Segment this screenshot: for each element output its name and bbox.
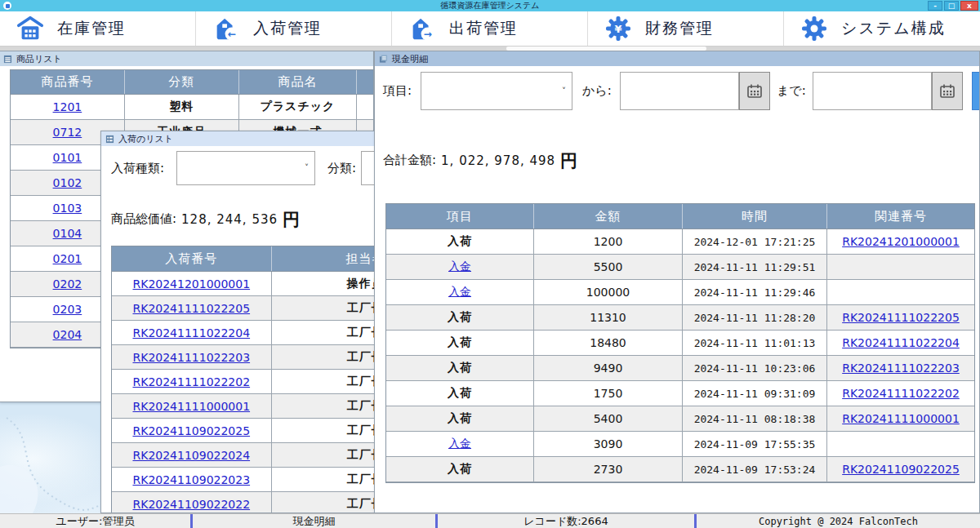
product-list-window-titlebar[interactable]: 商品リスト (0, 51, 373, 66)
product-code-link[interactable]: 0204 (53, 328, 82, 341)
cash-item-link[interactable]: 入金 (448, 260, 471, 274)
receiving-number-link[interactable]: RK20241109022023 (132, 473, 250, 486)
column-header: 時間 (683, 204, 827, 229)
cash-amount: 3090 (534, 432, 683, 456)
product-code-link[interactable]: 0202 (53, 277, 82, 291)
cash-amount: 2730 (534, 457, 683, 481)
table-row: 入荷12002024-12-01 17:21:25RK2024120100000… (386, 229, 974, 255)
column-header: 金額 (534, 204, 683, 229)
table-row: 入金55002024-11-11 11:29:51 (386, 255, 974, 280)
cash-to-date-input[interactable] (813, 72, 932, 110)
receiving-number-link: RK20241111000001 (112, 394, 272, 418)
total-product-value: 商品総価値: 128, 244, 536 円 (111, 211, 300, 227)
cash-amount: 5500 (534, 255, 683, 279)
cash-ref-link[interactable]: RK20241111022202 (842, 387, 960, 400)
cash-ref-link[interactable]: RK20241109022025 (842, 463, 960, 476)
mdi-horizontal-scrollbar[interactable] (0, 47, 980, 51)
cash-detail-window-titlebar[interactable]: 現金明細 (375, 51, 979, 66)
receiving-number-link[interactable]: RK20241111022205 (132, 302, 250, 315)
nav-item-inventory[interactable]: 在庫管理 (0, 11, 196, 46)
maximize-button[interactable]: □ (944, 1, 959, 11)
cash-ref-link[interactable]: RK20241111000001 (842, 412, 960, 425)
receiving-number-link: RK20241109022025 (112, 419, 272, 442)
warehouse-icon (16, 16, 44, 42)
cash-amount: 1200 (534, 229, 683, 254)
table-row: 入荷94902024-11-11 10:23:06RK2024111102220… (386, 356, 974, 381)
close-button[interactable]: x (960, 1, 978, 11)
cash-item-link[interactable]: 入金 (448, 285, 471, 299)
cash-item: 入荷 (386, 381, 534, 406)
cash-to-label: まで: (777, 72, 806, 110)
status-current-view: 現金明細 (193, 514, 435, 528)
svg-text:¥: ¥ (614, 23, 621, 35)
scrollbar-thumb[interactable] (506, 47, 706, 51)
receiving-number-link[interactable]: RK20241111022203 (132, 351, 250, 364)
product-code-link[interactable]: 0101 (53, 151, 82, 164)
status-bar: ユーザー:管理员 現金明細 レコード数:2664 Copyright @ 202… (0, 513, 980, 528)
product-name: プラスチック (239, 95, 358, 119)
product-code-link[interactable]: 0102 (53, 176, 82, 189)
cash-item-link: 入金 (386, 255, 534, 279)
nav-item-finance[interactable]: ¥ 財務管理 (588, 11, 784, 46)
receiving-number-link[interactable]: RK20241111022204 (132, 326, 250, 339)
nav-item-shipping[interactable]: → 出荷管理 (392, 11, 588, 46)
receiving-number-link[interactable]: RK20241111022202 (132, 375, 250, 388)
product-code-link[interactable]: 0201 (53, 252, 82, 265)
calendar-button-to[interactable] (932, 72, 963, 110)
cash-item-link[interactable]: 入金 (448, 437, 471, 451)
product-code-link[interactable]: 0712 (53, 126, 82, 139)
cash-ref-link[interactable]: RK20241111022204 (842, 336, 960, 349)
status-record-count: レコード数:2664 (438, 514, 694, 528)
receiving-number-link[interactable]: RK20241109022025 (132, 424, 250, 437)
table-row: 入金30902024-11-09 17:55:35 (386, 432, 974, 457)
receiving-number-link[interactable]: RK20241201000001 (132, 277, 250, 291)
search-button[interactable] (972, 72, 980, 110)
table-row: 入荷54002024-11-11 08:18:38RK2024111100000… (386, 406, 974, 432)
cash-time: 2024-11-11 08:18:38 (683, 406, 827, 431)
cash-item: 入荷 (386, 305, 534, 330)
cash-time: 2024-11-11 09:31:09 (683, 381, 827, 406)
receiving-number-link[interactable]: RK20241111000001 (132, 400, 250, 413)
settings-icon (800, 16, 828, 42)
cash-time: 2024-12-01 17:21:25 (683, 229, 827, 254)
product-code-link[interactable]: 0103 (53, 202, 82, 215)
receiving-number-link: RK20241201000001 (112, 272, 272, 295)
product-code-link[interactable]: 0104 (53, 227, 82, 240)
receiving-number-link[interactable]: RK20241109022022 (132, 498, 250, 511)
nav-item-system-config[interactable]: システム構成 (784, 11, 980, 46)
product-code-link[interactable]: 0203 (53, 303, 82, 316)
total-amount-label: 合計金額: (383, 153, 436, 168)
cash-item: 入荷 (386, 356, 534, 380)
receiving-number-link: RK20241111022202 (112, 370, 272, 393)
column-header: 関連番号 (827, 204, 974, 229)
table-row: 入荷17502024-11-11 09:31:09RK2024111102220… (386, 381, 974, 406)
window-titlebar[interactable]: 循環資源在庫管理システム - □ x (0, 0, 980, 11)
status-user: ユーザー:管理员 (0, 514, 190, 528)
cash-ref-link[interactable]: RK20241111022203 (842, 362, 960, 375)
receiving-number-link: RK20241109022023 (112, 468, 272, 491)
cash-item-combobox[interactable]: ˅ (421, 72, 572, 110)
cash-detail-window-icon (379, 55, 388, 64)
nav-item-receiving[interactable]: ← 入荷管理 (196, 11, 392, 46)
column-header: 分類 (125, 70, 239, 94)
cash-detail-window: 現金明細 項目: ˅ から: まで: 合計金額: 1, 022, 978, 49… (374, 51, 980, 513)
receiving-number-link: RK20241111022203 (112, 345, 272, 369)
minimize-button[interactable]: - (928, 1, 942, 11)
cash-item: 入荷 (386, 406, 534, 431)
cash-amount: 9490 (534, 356, 683, 380)
cash-from-date-input[interactable] (620, 72, 739, 110)
cash-time: 2024-11-11 11:28:20 (683, 305, 827, 330)
nav-label: 在庫管理 (57, 18, 126, 39)
cash-ref-link[interactable]: RK20241111022205 (842, 311, 960, 324)
cash-item: 入荷 (386, 457, 534, 481)
product-code-link[interactable]: 1201 (53, 100, 82, 113)
receiving-number-link[interactable]: RK20241109022024 (132, 449, 250, 462)
calendar-button-from[interactable] (739, 72, 770, 110)
cash-ref-link: RK20241109022025 (827, 457, 974, 481)
cash-amount: 5400 (534, 406, 683, 431)
cash-ref-link: RK20241201000001 (827, 229, 974, 254)
receiving-type-combobox[interactable]: ˅ (176, 151, 315, 185)
total-product-value-label: 商品総価値: (111, 211, 176, 227)
cash-ref-link[interactable]: RK20241201000001 (842, 235, 960, 248)
product-category: 塑料 (125, 95, 239, 119)
